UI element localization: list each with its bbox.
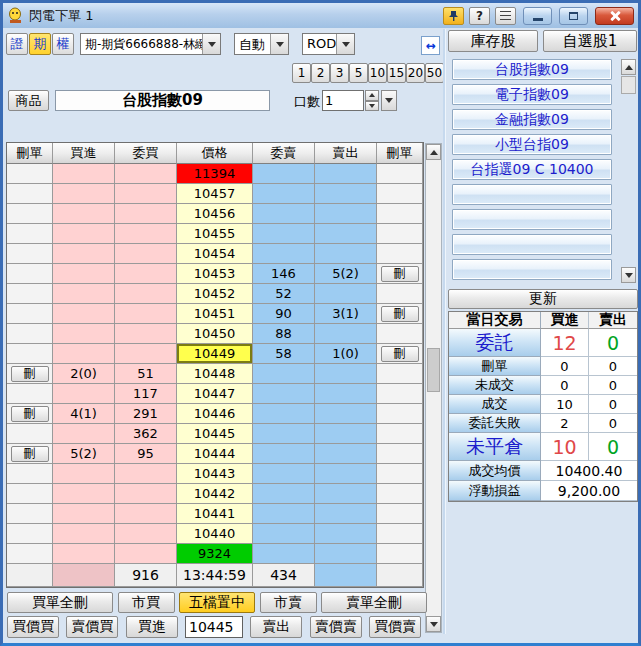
ask-qty-cell[interactable]: 90 (253, 304, 315, 324)
account-select[interactable]: 期-期貨6666888-林緻玲 (80, 33, 221, 55)
sell-order-cell[interactable] (315, 164, 377, 184)
price-cell[interactable]: 10457 (177, 184, 253, 204)
bid-qty-cell[interactable] (115, 484, 177, 504)
sell-order-cell[interactable] (315, 404, 377, 424)
cancel-sell-order-button[interactable]: 刪 (381, 346, 419, 362)
ask-qty-cell[interactable] (253, 504, 315, 524)
buy-order-cell[interactable]: 4(1) (53, 404, 115, 424)
price-cell[interactable]: 9324 (177, 544, 253, 564)
ask-qty-cell[interactable] (253, 464, 315, 484)
product-button[interactable]: 商品 (8, 90, 49, 111)
qty-dropdown-button[interactable] (381, 90, 397, 111)
ask-qty-cell[interactable] (253, 384, 315, 404)
watchlist-item-5[interactable]: 台指選09 C 10400 (452, 159, 612, 180)
bottom-row1-button-4[interactable]: 市賣 (260, 592, 317, 613)
bid-qty-cell[interactable] (115, 264, 177, 284)
watchlist-item-2[interactable]: 電子指數09 (452, 84, 612, 105)
scroll-down-button[interactable] (426, 616, 441, 632)
sell-order-cell[interactable] (315, 324, 377, 344)
cancel-buy-order-button[interactable]: 刪 (11, 446, 49, 462)
buy-order-cell[interactable] (53, 504, 115, 524)
buy-order-cell[interactable] (53, 224, 115, 244)
watchlist-item-1[interactable]: 台股指數09 (452, 59, 612, 80)
ask-qty-cell[interactable] (253, 424, 315, 444)
ask-qty-cell[interactable] (253, 484, 315, 504)
refresh-button[interactable]: 更新 (448, 289, 638, 309)
ask-qty-cell[interactable] (253, 404, 315, 424)
price-cell[interactable]: 10452 (177, 284, 253, 304)
order-type-select[interactable]: ROD (302, 33, 355, 55)
watchlist-item-7[interactable] (452, 209, 612, 230)
sell-order-cell[interactable] (315, 384, 377, 404)
bid-qty-cell[interactable] (115, 164, 177, 184)
price-cell[interactable]: 10442 (177, 484, 253, 504)
watchlist-button[interactable]: 自選股1 (543, 30, 637, 52)
price-cell[interactable]: 11394 (177, 164, 253, 184)
market-tab-2[interactable]: 期 (29, 33, 51, 55)
bottom-row2-button-6[interactable]: 賣價賣 (310, 616, 362, 638)
minimize-button[interactable] (523, 7, 552, 25)
qty-step-up-button[interactable] (365, 90, 379, 101)
ask-qty-cell[interactable] (253, 244, 315, 264)
bottom-row2-button-7[interactable]: 買價賣 (369, 616, 421, 638)
ask-qty-cell[interactable] (253, 544, 315, 564)
price-cell[interactable]: 10453 (177, 264, 253, 284)
buy-order-cell[interactable] (53, 204, 115, 224)
sell-order-cell[interactable]: 3(1) (315, 304, 377, 324)
mode-select[interactable]: 自動 (234, 33, 289, 55)
cancel-buy-order-button[interactable]: 刪 (11, 366, 49, 382)
sell-order-cell[interactable] (315, 484, 377, 504)
watchlist-item-4[interactable]: 小型台指09 (452, 134, 612, 155)
bid-qty-cell[interactable] (115, 464, 177, 484)
ask-qty-cell[interactable]: 58 (253, 344, 315, 364)
quick-qty-button-10[interactable]: 10 (368, 63, 387, 83)
bid-qty-cell[interactable] (115, 324, 177, 344)
ask-qty-cell[interactable] (253, 184, 315, 204)
bid-qty-cell[interactable] (115, 244, 177, 264)
ask-qty-cell[interactable]: 146 (253, 264, 315, 284)
pin-button[interactable] (443, 7, 464, 25)
bottom-row1-button-1[interactable]: 買單全刪 (7, 592, 113, 613)
qty-step-down-button[interactable] (365, 101, 379, 112)
price-cell[interactable]: 10445 (177, 424, 253, 444)
bid-qty-cell[interactable] (115, 344, 177, 364)
market-tab-1[interactable]: 證 (6, 33, 28, 55)
sell-order-cell[interactable] (315, 544, 377, 564)
cancel-sell-order-button[interactable]: 刪 (381, 306, 419, 322)
buy-order-cell[interactable] (53, 244, 115, 264)
bottom-row2-button-5[interactable]: 賣出 (250, 616, 302, 638)
sell-order-cell[interactable] (315, 444, 377, 464)
price-cell[interactable]: 10446 (177, 404, 253, 424)
help-button[interactable]: ? (469, 7, 490, 25)
buy-order-cell[interactable] (53, 484, 115, 504)
buy-order-cell[interactable] (53, 324, 115, 344)
quick-qty-button-2[interactable]: 2 (311, 63, 330, 83)
price-cell[interactable]: 10456 (177, 204, 253, 224)
sell-order-cell[interactable] (315, 504, 377, 524)
quick-qty-button-5[interactable]: 5 (349, 63, 368, 83)
buy-order-cell[interactable] (53, 424, 115, 444)
bid-qty-cell[interactable] (115, 184, 177, 204)
ask-qty-cell[interactable] (253, 204, 315, 224)
ask-qty-cell[interactable]: 88 (253, 324, 315, 344)
swap-panel-button[interactable]: ↔ (421, 36, 440, 55)
price-cell[interactable]: 10455 (177, 224, 253, 244)
restore-button[interactable] (559, 7, 588, 25)
watchlist-scroll-down-button[interactable] (621, 267, 636, 283)
inventory-button[interactable]: 庫存股 (448, 30, 538, 52)
bid-qty-cell[interactable] (115, 544, 177, 564)
bid-qty-cell[interactable]: 117 (115, 384, 177, 404)
price-cell[interactable]: 10443 (177, 464, 253, 484)
buy-order-cell[interactable] (53, 184, 115, 204)
quick-qty-button-15[interactable]: 15 (387, 63, 406, 83)
quick-qty-button-20[interactable]: 20 (406, 63, 425, 83)
buy-order-cell[interactable]: 2(0) (53, 364, 115, 384)
sell-order-cell[interactable] (315, 244, 377, 264)
buy-order-cell[interactable]: 5(2) (53, 444, 115, 464)
price-cell[interactable]: 10447 (177, 384, 253, 404)
menu-button[interactable] (495, 7, 516, 25)
buy-order-cell[interactable] (53, 164, 115, 184)
cancel-sell-order-button[interactable]: 刪 (381, 266, 419, 282)
bid-qty-cell[interactable]: 95 (115, 444, 177, 464)
watchlist-item-8[interactable] (452, 234, 612, 255)
